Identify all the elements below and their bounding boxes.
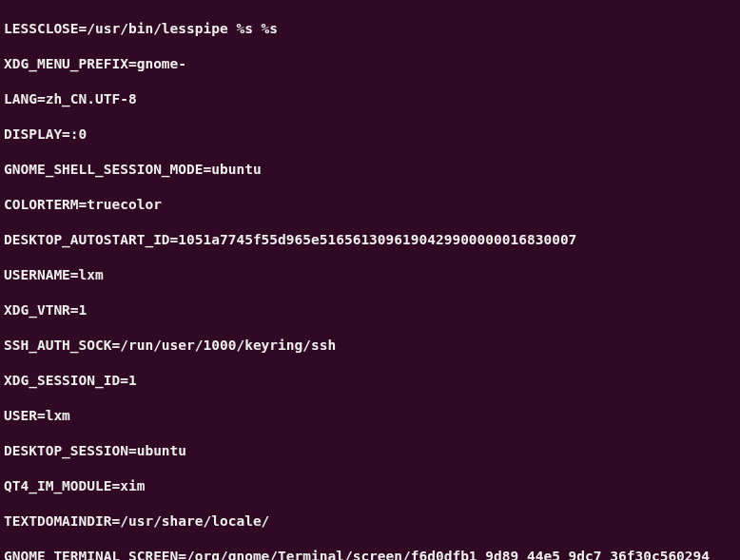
env-line: XDG_MENU_PREFIX=gnome- bbox=[4, 55, 736, 73]
env-line: DESKTOP_SESSION=ubuntu bbox=[4, 442, 736, 460]
env-line: XDG_SESSION_ID=1 bbox=[4, 372, 736, 390]
env-line: XDG_VTNR=1 bbox=[4, 301, 736, 319]
env-line: QT4_IM_MODULE=xim bbox=[4, 477, 736, 495]
env-line: DESKTOP_AUTOSTART_ID=1051a7745f55d965e51… bbox=[4, 231, 736, 249]
env-line: USERNAME=lxm bbox=[4, 266, 736, 284]
env-line: COLORTERM=truecolor bbox=[4, 196, 736, 214]
terminal-output[interactable]: LESSCLOSE=/usr/bin/lesspipe %s %s XDG_ME… bbox=[0, 0, 740, 560]
env-line: LESSCLOSE=/usr/bin/lesspipe %s %s bbox=[4, 20, 736, 38]
env-line: USER=lxm bbox=[4, 407, 736, 425]
env-line: LANG=zh_CN.UTF-8 bbox=[4, 90, 736, 108]
env-line: GNOME_TERMINAL_SCREEN=/org/gnome/Termina… bbox=[4, 548, 736, 561]
env-line: GNOME_SHELL_SESSION_MODE=ubuntu bbox=[4, 161, 736, 179]
env-line: DISPLAY=:0 bbox=[4, 126, 736, 144]
env-line: TEXTDOMAINDIR=/usr/share/locale/ bbox=[4, 512, 736, 531]
env-line: SSH_AUTH_SOCK=/run/user/1000/keyring/ssh bbox=[4, 337, 736, 355]
